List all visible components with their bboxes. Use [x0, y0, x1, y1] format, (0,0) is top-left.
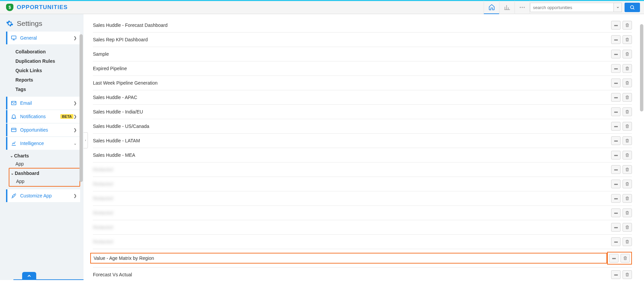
more-button[interactable]: •••: [611, 136, 621, 145]
search-button[interactable]: [625, 3, 640, 12]
dashboard-row-label[interactable]: Redacted: [93, 167, 611, 172]
delete-button[interactable]: [623, 194, 632, 203]
delete-button[interactable]: [621, 254, 630, 263]
dashboard-row-label[interactable]: Sales Huddle - MEA: [93, 152, 611, 158]
delete-button[interactable]: [623, 64, 632, 73]
nav-opportunities[interactable]: Opportunities ❯: [6, 124, 80, 136]
more-icon[interactable]: [515, 1, 530, 14]
dashboard-row-label[interactable]: Sales Huddle - LATAM: [93, 138, 611, 143]
general-sub-duplication-rules[interactable]: Duplication Rules: [15, 56, 80, 66]
dashboard-row-label[interactable]: Value - Age Matrix by Region: [90, 253, 607, 264]
general-sub-quick-links[interactable]: Quick Links: [15, 66, 80, 75]
more-button[interactable]: •••: [611, 64, 621, 73]
sidebar-collapse-handle[interactable]: [84, 132, 88, 148]
bar-chart-icon[interactable]: [499, 1, 515, 14]
row-actions: •••: [611, 165, 632, 174]
dashboard-row-label[interactable]: Redacted: [93, 225, 611, 230]
more-button[interactable]: •••: [611, 35, 621, 44]
delete-button[interactable]: [623, 35, 632, 44]
dashboard-row: Forecast Vs Actual•••: [93, 268, 632, 280]
dashboard-row-label[interactable]: Redacted: [93, 181, 611, 187]
row-actions: •••: [611, 223, 632, 232]
settings-title: Settings: [17, 19, 42, 28]
dashboard-row: Redacted•••: [93, 162, 632, 177]
more-button[interactable]: •••: [611, 151, 621, 159]
general-sub-reports[interactable]: Reports: [15, 75, 80, 85]
more-button[interactable]: •••: [611, 194, 621, 203]
dashboard-row-label[interactable]: Redacted: [93, 239, 611, 244]
general-sub-tags[interactable]: Tags: [15, 85, 80, 94]
chevron-right-icon: ❯: [73, 193, 77, 198]
dashboard-row-label[interactable]: Sample: [93, 51, 611, 57]
sidebar-scrollbar[interactable]: [79, 34, 83, 182]
delete-button[interactable]: [623, 21, 632, 30]
delete-button[interactable]: [623, 208, 632, 217]
more-button[interactable]: •••: [611, 50, 621, 58]
more-button[interactable]: •••: [611, 107, 621, 116]
dashboard-row-label[interactable]: Last Week Pipeline Generation: [93, 80, 611, 86]
dashboard-row-label[interactable]: Redacted: [93, 196, 611, 201]
search-dropdown[interactable]: [614, 3, 622, 12]
delete-button[interactable]: [623, 165, 632, 174]
delete-button[interactable]: [623, 93, 632, 102]
nav-notifications[interactable]: Notifications BETA ❯: [6, 110, 80, 123]
nav-customize[interactable]: Customize App ❯: [6, 189, 80, 202]
more-button[interactable]: •••: [611, 21, 621, 30]
content-scrollbar[interactable]: [640, 14, 643, 280]
chevron-right-icon: ❯: [73, 128, 77, 132]
app-title: OPPORTUNITIES: [17, 4, 68, 11]
tree-dashboard-app[interactable]: App: [11, 177, 78, 185]
top-bar: OPPORTUNITIES: [0, 0, 644, 14]
delete-button[interactable]: [623, 270, 632, 279]
dashboard-row-label[interactable]: Sales Huddle - Forecast Dashboard: [93, 22, 611, 28]
tools-icon: [11, 193, 17, 199]
row-actions: •••: [611, 79, 632, 87]
row-actions: •••: [611, 270, 632, 279]
delete-button[interactable]: [623, 223, 632, 232]
dashboard-row: Sales Rep KPI Dashboard•••: [93, 33, 632, 47]
delete-button[interactable]: [623, 79, 632, 87]
more-button[interactable]: •••: [611, 223, 621, 232]
svg-point-3: [631, 6, 634, 9]
delete-button[interactable]: [623, 180, 632, 188]
delete-button[interactable]: [623, 237, 632, 246]
chevron-right-icon: ❯: [73, 101, 77, 105]
more-button[interactable]: •••: [611, 180, 621, 188]
dashboard-row-label[interactable]: Sales Huddle - US/Canada: [93, 124, 611, 129]
tree-dashboard[interactable]: ⌄Dashboard: [11, 169, 78, 177]
more-button[interactable]: •••: [611, 208, 621, 217]
dashboard-row-label[interactable]: Sales Huddle - India/EU: [93, 109, 611, 114]
home-icon[interactable]: [484, 1, 499, 14]
dashboard-row-label[interactable]: Redacted: [93, 210, 611, 216]
delete-button[interactable]: [623, 122, 632, 131]
dashboard-row-label[interactable]: Forecast Vs Actual: [93, 272, 611, 277]
more-button[interactable]: •••: [611, 79, 621, 87]
more-button[interactable]: •••: [611, 93, 621, 102]
dashboard-row-label[interactable]: Sales Rep KPI Dashboard: [93, 37, 611, 42]
tree-charts-app[interactable]: App: [10, 160, 80, 168]
nav-email[interactable]: Email ❯: [6, 97, 80, 109]
dashboard-row-label[interactable]: Sales Huddle - APAC: [93, 95, 611, 100]
delete-button[interactable]: [623, 50, 632, 58]
nav-general[interactable]: General ❯: [6, 32, 80, 44]
delete-button[interactable]: [623, 107, 632, 116]
chevron-right-icon: ❯: [73, 114, 77, 119]
more-button[interactable]: •••: [611, 270, 621, 279]
bell-icon: [11, 113, 17, 120]
delete-button[interactable]: [623, 136, 632, 145]
more-button[interactable]: •••: [611, 122, 621, 131]
more-button[interactable]: •••: [611, 237, 621, 246]
dashboard-row-label[interactable]: Expired Pipeline: [93, 66, 611, 71]
row-actions: •••: [611, 107, 632, 116]
nav-intelligence[interactable]: Intelligence ⌄: [6, 137, 80, 150]
dashboard-row: Redacted•••: [93, 220, 632, 235]
collapse-up-toggle[interactable]: [22, 272, 36, 280]
dashboard-row: Expired Pipeline•••: [93, 61, 632, 76]
search-input[interactable]: [530, 3, 614, 12]
tree-charts[interactable]: ⌄Charts: [10, 152, 80, 160]
more-button[interactable]: •••: [611, 165, 621, 174]
delete-button[interactable]: [623, 151, 632, 159]
more-button[interactable]: •••: [609, 254, 619, 263]
money-bag-icon: [6, 4, 13, 11]
general-sub-collaboration[interactable]: Collaboration: [15, 47, 80, 56]
